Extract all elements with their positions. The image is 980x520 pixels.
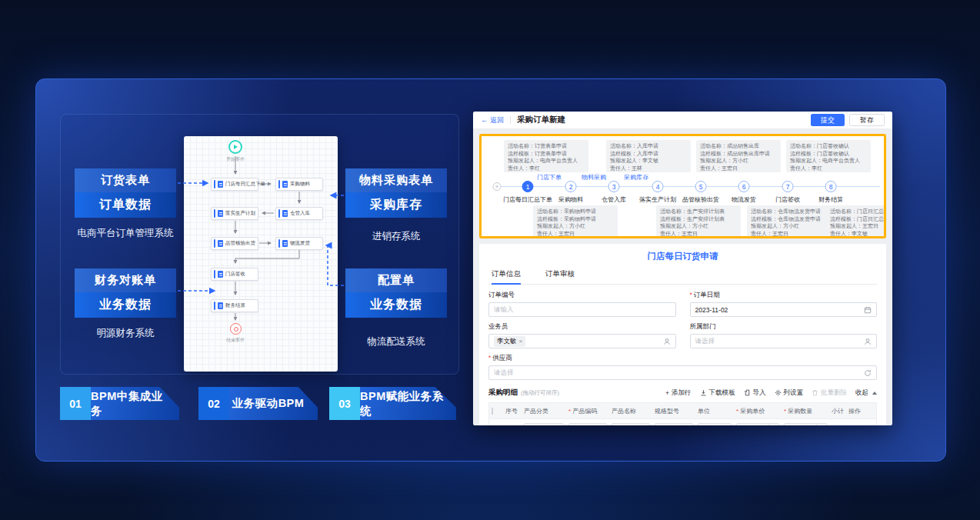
badge-bpm-integrate: 01 BPM中集成业务 [60, 387, 179, 420]
tab-order-info[interactable]: 订单信息 [490, 266, 522, 284]
product-code-input[interactable]: 请输入 [568, 423, 607, 426]
stage-label: 门店下单 [537, 173, 562, 182]
stage-label: 采购库存 [624, 173, 648, 182]
table-row: 1 请选择⇄ 请输入 请输入 请输入 请输入 请输入 请输入 0 插入 复制 删… [489, 418, 876, 425]
field-order-date: *订单日期 2023-11-02 [690, 291, 878, 317]
tab-order-audit[interactable]: 订单审核 [544, 266, 576, 284]
start-event-label: 开始事件 [212, 156, 258, 163]
app-body: » 活动名称：订货表单申请流程模板：订货表单申请 预期发起人：电商平台负责人责任… [473, 129, 892, 425]
field-supplier: *供应商 请选择 [488, 354, 877, 380]
refresh-icon[interactable] [864, 369, 872, 377]
supplier-input[interactable]: 请选择 [488, 365, 877, 380]
badge-number: 03 [329, 387, 360, 420]
end-event-icon [230, 323, 242, 335]
step-circle-4[interactable]: 4 [652, 181, 664, 192]
submit-button[interactable]: 提交 [811, 114, 845, 126]
tag-close-icon[interactable]: × [519, 338, 523, 345]
slide-background: 订货表单 订单数据 电商平台订单管理系统 物料采购表单 采购库存 进销存系统 财… [0, 0, 980, 520]
quantity-input[interactable]: 请输入 [784, 423, 827, 426]
batch-delete-button[interactable]: 批量删除 [812, 388, 847, 398]
field-department: 所属部门 请选择 [690, 322, 878, 348]
download-template-button[interactable]: 下载模板 [700, 388, 735, 398]
product-name-input[interactable]: 请输入 [612, 423, 650, 426]
card-finance-subtitle: 业务数据 [75, 292, 176, 318]
column-settings-button[interactable]: 列设置 [775, 388, 804, 398]
step-circle-2[interactable]: 2 [565, 181, 577, 192]
user-picker-icon[interactable] [663, 338, 671, 345]
card-order-form-subtitle: 订单数据 [75, 192, 176, 218]
select-all-checkbox[interactable] [492, 408, 493, 415]
step-name: 物流发货 [732, 195, 756, 204]
caret-up-icon [872, 392, 877, 395]
step-name: 仓管入库 [602, 195, 626, 204]
badge-label: 业务驱动BPM [229, 387, 318, 420]
step-circle-1[interactable]: 1 [522, 181, 534, 192]
back-arrow-icon: ← [481, 116, 488, 124]
step-tooltip: 活动名称：生产安排计划表流程模板：生产安排计划表 预期发起人：方小红责任人：王宏… [656, 205, 741, 238]
insert-row-link[interactable]: 插入 [848, 425, 862, 426]
number-stepper[interactable] [768, 424, 775, 426]
field-order-no: 订单编号 请输入 [488, 291, 676, 317]
org-picker-icon[interactable] [864, 338, 872, 345]
gear-icon [775, 389, 782, 396]
form-tabs: 订单信息 订单审核 [488, 266, 877, 285]
import-button[interactable]: 导入 [744, 388, 766, 398]
detail-title: 采购明细 [488, 388, 518, 398]
save-draft-button[interactable]: 暂存 [849, 114, 885, 126]
department-input[interactable]: 请选择 [690, 334, 878, 348]
end-event-label: 结束事件 [212, 337, 258, 344]
salesman-input[interactable]: 李文敏 × [488, 334, 676, 348]
flow-node-finance-settle: 财务结算 [211, 299, 258, 312]
form-doc-icon [282, 210, 288, 217]
step-circle-8[interactable]: 8 [825, 181, 837, 192]
step-circle-6[interactable]: 6 [738, 181, 750, 192]
card-material-title: 物料采购表单 [345, 168, 447, 192]
step-name: 门店每日汇总下单 [503, 195, 552, 204]
form-doc-icon [218, 210, 223, 217]
add-row-button[interactable]: +添加行 [665, 388, 691, 398]
field-salesman: 业务员 李文敏 × [488, 322, 676, 348]
unit-input[interactable]: 请输入 [698, 423, 732, 426]
number-stepper[interactable] [816, 424, 823, 426]
card-config-system: 物流配送系统 [342, 335, 450, 348]
step-tooltip: 活动名称：入库申请流程模板：入库申请 预期发起人：李文敏责任人：王林 [606, 140, 691, 172]
page-title: 采购订单新建 [517, 115, 565, 125]
flow-node-production-plan: 落实生产计划 [211, 207, 258, 220]
flow-node-warehouse-in: 仓管入库 [275, 207, 323, 220]
form-doc-icon [282, 181, 288, 188]
category-select[interactable]: 请选择⇄ [524, 423, 564, 426]
unit-price-input[interactable]: 请输入 [736, 423, 779, 426]
detail-header: 采购明细 (拖动行可排序) +添加行 下载模板 导入 列设置 [488, 388, 877, 398]
step-tooltip: 活动名称：门店日汇总结算流程模板：门店日汇总结算 预期发起人：王宏日责任人：李文… [826, 205, 886, 238]
badge-bpm-empower: 03 BPM赋能业务系统 [329, 387, 456, 420]
integration-diagram: 订货表单 订单数据 电商平台订单管理系统 物料采购表单 采购库存 进销存系统 财… [60, 114, 459, 375]
step-name: 采购物料 [558, 195, 583, 204]
form-doc-icon [218, 271, 223, 278]
step-name: 落实生产计划 [639, 195, 676, 204]
table-header-row: 序号 产品分类 *产品编码 产品名称 规格型号 单位 *采购单价 *采购数量 小… [489, 403, 876, 418]
flow-node-purchase-material: 采购物料 [275, 178, 323, 191]
order-no-input[interactable]: 请输入 [488, 302, 676, 317]
order-date-input[interactable]: 2023-11-02 [690, 302, 878, 317]
step-name: 品管核验出货 [682, 195, 719, 204]
flow-node-logistics: 物流发货 [275, 237, 323, 250]
import-icon [744, 389, 751, 396]
step-circle-5[interactable]: 5 [695, 181, 707, 192]
collapse-button[interactable]: 收起 [855, 388, 877, 398]
form-title: 门店每日订货申请 [488, 251, 877, 262]
salesman-tag[interactable]: 李文敏 × [494, 336, 525, 347]
card-material-subtitle: 采购库存 [345, 192, 447, 218]
flow-node-store-order: 门店每日汇总下单 [211, 178, 258, 191]
stepper-lead-icon: » [493, 182, 502, 191]
stage-label: 物料采购 [582, 173, 606, 182]
form-doc-icon [218, 302, 223, 309]
step-circle-3[interactable]: 3 [608, 181, 620, 192]
divider [510, 116, 511, 124]
copy-row-link[interactable]: 复制 [865, 425, 878, 426]
form-doc-icon [218, 181, 223, 188]
spec-model-input[interactable]: 请输入 [655, 423, 693, 426]
step-tooltip: 活动名称：采购物料申请流程模板：采购物料申请 预期发起人：方小红责任人：王宏日 [533, 205, 618, 238]
step-circle-7[interactable]: 7 [782, 181, 794, 192]
download-icon [700, 389, 707, 396]
back-button[interactable]: ← 返回 [481, 115, 504, 125]
